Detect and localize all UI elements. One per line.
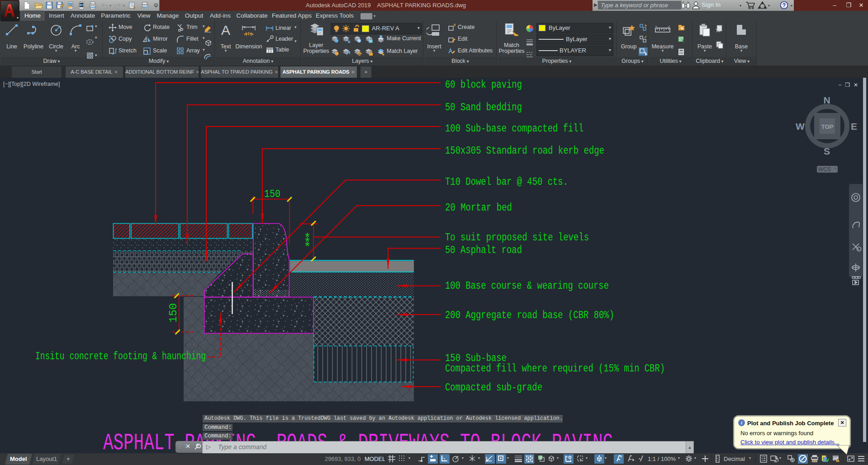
svg-text:20 Mortar bed: 20 Mortar bed — [445, 202, 512, 214]
svg-text:!: ! — [837, 459, 838, 462]
svg-text:?: ? — [783, 2, 786, 9]
svg-text:200 Aggregate road base (CBR 8: 200 Aggregate road base (CBR 80%) — [445, 309, 614, 321]
svg-text:S: S — [824, 146, 830, 156]
svg-text:*: * — [304, 241, 311, 254]
svg-text:TOP: TOP — [821, 123, 834, 130]
svg-text:WCS: WCS — [818, 166, 831, 173]
svg-text:N: N — [823, 95, 830, 105]
svg-text:100 Base course & wearing cour: 100 Base course & wearing course — [445, 280, 609, 292]
svg-text:50 Sand bedding: 50 Sand bedding — [445, 101, 522, 113]
svg-text:100 Sub-base compacted fill: 100 Sub-base compacted fill — [445, 122, 583, 135]
svg-text:150x305 Standard road kerb edg: 150x305 Standard road kerb edge — [445, 145, 604, 157]
svg-text:Compacted sub-grade: Compacted sub-grade — [445, 381, 542, 394]
svg-text:150: 150 — [264, 188, 280, 200]
svg-text:A: A — [221, 23, 230, 37]
svg-text:W: W — [796, 121, 805, 132]
svg-text:T10 Dowel bar @ 450 cts.: T10 Dowel bar @ 450 cts. — [445, 176, 568, 188]
svg-text:60 block paving: 60 block paving — [445, 79, 522, 91]
svg-text:150: 150 — [167, 303, 180, 323]
svg-text:E: E — [851, 121, 857, 132]
svg-text:50 Asphalt road: 50 Asphalt road — [445, 244, 522, 256]
svg-text:Compacted fill where required: Compacted fill where required (15% min C… — [445, 362, 665, 375]
svg-text:Insitu concrete footing & haun: Insitu concrete footing & haunching — [35, 350, 206, 362]
svg-text:To suit proposed site levels: To suit proposed site levels — [445, 231, 589, 244]
